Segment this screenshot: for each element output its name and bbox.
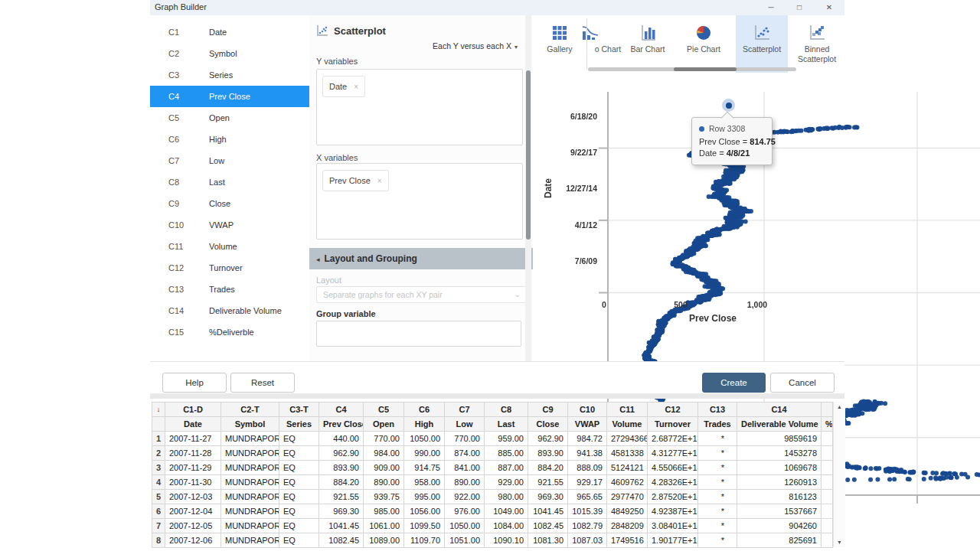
table-cell[interactable] xyxy=(822,519,833,533)
table-cell[interactable]: EQ xyxy=(279,504,319,519)
table-cell[interactable]: 2.87520E+14 xyxy=(648,490,698,504)
table-cell[interactable]: 929.00 xyxy=(485,475,528,490)
table-cell[interactable] xyxy=(822,446,833,461)
table-cell[interactable]: EQ xyxy=(279,490,319,504)
table-cell[interactable]: 1.90177E+14 xyxy=(648,533,698,548)
create-button[interactable]: Create xyxy=(702,373,766,393)
table-cell[interactable]: 1015.39 xyxy=(568,504,607,519)
table-cell[interactable]: 914.75 xyxy=(404,461,445,475)
table-cell[interactable]: 980.00 xyxy=(485,490,528,504)
table-cell[interactable]: 825691 xyxy=(737,533,822,548)
table-cell[interactable]: 2007-11-28 xyxy=(165,446,221,461)
table-cell[interactable]: MUNDRAPORT xyxy=(221,432,279,446)
column-item-c12[interactable]: C12Turnover xyxy=(150,257,309,279)
y-variable-chip[interactable]: Date× xyxy=(322,76,365,97)
table-cell[interactable]: 985.00 xyxy=(364,504,404,519)
table-cell[interactable]: 969.30 xyxy=(319,504,364,519)
table-cell[interactable]: 1049.00 xyxy=(485,504,528,519)
column-item-c9[interactable]: C9Close xyxy=(150,193,309,214)
column-name-header[interactable]: Symbol xyxy=(221,417,279,432)
x-variables-box[interactable]: Prev Close× xyxy=(316,163,523,240)
gallery-item-bar-chart[interactable]: Bar Chart xyxy=(623,15,672,73)
column-name-header[interactable]: Open xyxy=(364,417,404,432)
table-cell[interactable]: 1081.30 xyxy=(528,533,568,548)
table-cell[interactable]: 2977470 xyxy=(607,490,648,504)
column-name-header[interactable]: High xyxy=(404,417,445,432)
table-cell[interactable]: EQ xyxy=(279,519,319,533)
table-cell[interactable]: 962.90 xyxy=(528,432,568,446)
column-id-header[interactable]: C11 xyxy=(607,403,648,417)
row-number[interactable]: 6 xyxy=(152,504,165,519)
table-cell[interactable]: 2007-11-29 xyxy=(165,461,221,475)
row-number[interactable]: 8 xyxy=(152,533,165,548)
layout-grouping-header[interactable]: ◂Layout and Grouping xyxy=(309,248,533,269)
column-id-header[interactable]: C12 xyxy=(648,403,698,417)
help-button[interactable]: Help xyxy=(162,373,227,393)
column-id-header[interactable]: C1-D xyxy=(165,403,221,417)
table-cell[interactable]: 4609762 xyxy=(607,475,648,490)
table-cell[interactable]: 990.00 xyxy=(404,446,445,461)
table-cell[interactable]: 4.55066E+14 xyxy=(648,461,698,475)
table-cell[interactable]: 3.08401E+14 xyxy=(648,519,698,533)
column-name-header[interactable]: Date xyxy=(165,417,221,432)
column-name-header[interactable]: %D xyxy=(822,417,833,432)
table-cell[interactable]: 2.68772E+15 xyxy=(648,432,698,446)
column-item-c5[interactable]: C5Open xyxy=(150,107,309,129)
scroll-up-icon[interactable]: ▲ xyxy=(834,404,845,409)
table-cell[interactable]: 1050.00 xyxy=(404,432,445,446)
table-cell[interactable] xyxy=(822,504,833,519)
cancel-button[interactable]: Cancel xyxy=(770,373,835,393)
table-cell[interactable]: 4.31277E+14 xyxy=(648,446,698,461)
table-cell[interactable]: MUNDRAPORT xyxy=(221,504,279,519)
gallery-scrollbar[interactable] xyxy=(588,67,796,71)
scrollbar-thumb[interactable] xyxy=(674,67,737,71)
table-cell[interactable] xyxy=(822,475,833,490)
table-cell[interactable]: 909.00 xyxy=(364,461,404,475)
table-cell[interactable]: 995.00 xyxy=(404,490,445,504)
row-number[interactable]: 1 xyxy=(152,432,165,446)
table-cell[interactable]: 893.90 xyxy=(319,461,364,475)
table-cell[interactable]: MUNDRAPORT xyxy=(221,475,279,490)
row-number[interactable]: 5 xyxy=(152,490,165,504)
minimize-button[interactable]: ─ xyxy=(760,0,782,15)
table-cell[interactable]: 888.09 xyxy=(568,461,607,475)
table-cell[interactable]: MUNDRAPORT xyxy=(221,533,279,548)
close-button[interactable]: ✕ xyxy=(818,0,841,15)
table-cell[interactable]: 2007-12-05 xyxy=(165,519,221,533)
table-cell[interactable]: 921.55 xyxy=(528,475,568,490)
remove-icon[interactable]: × xyxy=(354,83,358,91)
table-cell[interactable]: 904260 xyxy=(737,519,822,533)
table-cell[interactable]: 893.90 xyxy=(528,446,568,461)
column-name-header[interactable]: Close xyxy=(528,417,568,432)
column-item-c14[interactable]: C14Deliverable Volume xyxy=(150,300,309,321)
table-cell[interactable]: 890.00 xyxy=(364,475,404,490)
table-cell[interactable]: 887.00 xyxy=(485,461,528,475)
selected-point[interactable] xyxy=(726,103,732,109)
column-item-c10[interactable]: C10VWAP xyxy=(150,214,309,236)
column-item-c7[interactable]: C7Low xyxy=(150,150,309,171)
table-cell[interactable]: 984.72 xyxy=(568,432,607,446)
table-cell[interactable]: EQ xyxy=(279,475,319,490)
column-item-c6[interactable]: C6High xyxy=(150,129,309,150)
scrollbar-thumb[interactable] xyxy=(526,70,531,240)
table-cell[interactable]: 440.00 xyxy=(319,432,364,446)
corner-cell[interactable]: ↓ xyxy=(152,403,165,417)
table-cell[interactable]: 1050.00 xyxy=(445,519,485,533)
gallery-item-binned-scatterplot[interactable]: Binned Scatterplot xyxy=(789,15,844,73)
table-cell[interactable]: 884.20 xyxy=(319,475,364,490)
table-cell[interactable]: 962.90 xyxy=(319,446,364,461)
table-cell[interactable] xyxy=(822,533,833,548)
table-cell[interactable]: 5124121 xyxy=(607,461,648,475)
table-cell[interactable]: 1069678 xyxy=(737,461,822,475)
column-id-header[interactable]: C5 xyxy=(364,403,404,417)
column-id-header[interactable]: C8 xyxy=(485,403,528,417)
table-cell[interactable] xyxy=(822,461,833,475)
column-id-header[interactable]: C13 xyxy=(698,403,737,417)
table-cell[interactable]: 969.30 xyxy=(528,490,568,504)
column-item-c11[interactable]: C11Volume xyxy=(150,236,309,257)
table-cell[interactable]: * xyxy=(698,504,737,519)
table-scrollbar[interactable]: ▲ ▼ xyxy=(833,402,845,547)
table-cell[interactable]: 9859619 xyxy=(737,432,822,446)
table-cell[interactable]: 890.00 xyxy=(445,475,485,490)
column-name-header[interactable]: Turnover xyxy=(648,417,698,432)
